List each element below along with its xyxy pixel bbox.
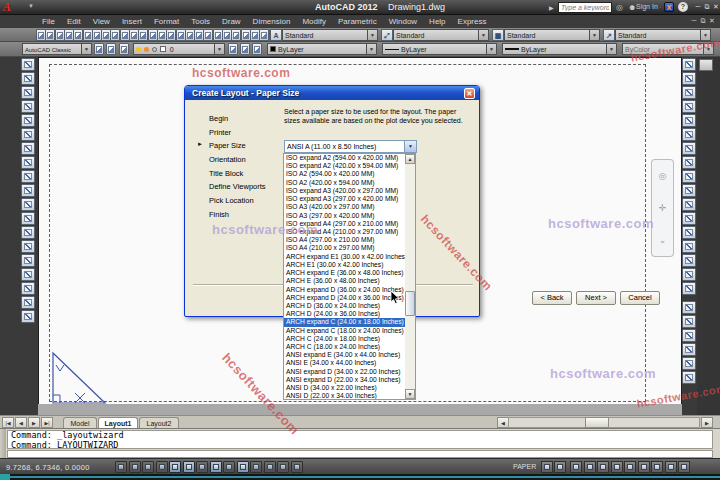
doc-minimize-button[interactable]: ─	[690, 16, 698, 25]
command-window-grip[interactable]	[0, 429, 6, 459]
steering-wheel-icon[interactable]: ◎	[659, 171, 667, 181]
infocenter-search-input[interactable]	[558, 2, 612, 13]
table-style-arrow-icon[interactable]: ▼	[589, 29, 600, 41]
paper-size-option[interactable]: ANSI expand E (34.00 x 44.00 Inches)	[284, 351, 406, 359]
polygon-button[interactable]	[21, 100, 35, 113]
search-binoculars-icon[interactable]: ◎	[616, 3, 623, 13]
paper-size-combo[interactable]: ANSI A (11.00 x 8.50 Inches) ▼	[284, 140, 417, 153]
doc-restore-button[interactable]: ⧉	[699, 16, 707, 25]
line-button[interactable]	[21, 58, 35, 71]
send-under-objects-button[interactable]	[682, 343, 696, 356]
insert-block-button[interactable]	[21, 212, 35, 225]
dynamic-ucs-toggle[interactable]	[223, 461, 235, 473]
logo-dropdown-icon[interactable]: ▼	[28, 3, 34, 9]
paper-size-combo-arrow-icon[interactable]: ▼	[404, 141, 416, 152]
lineweight-combo[interactable]: ByLayer ▼	[502, 43, 617, 55]
gradient-button[interactable]	[21, 268, 35, 281]
paper-size-option[interactable]: ARCH E1 (30.00 x 42.00 Inches)	[284, 261, 406, 269]
scale-button[interactable]	[682, 156, 696, 169]
linetype-arrow-icon[interactable]: ▼	[486, 43, 497, 55]
hscroll-right-icon[interactable]: ▶	[701, 417, 713, 428]
command-input[interactable]	[7, 450, 713, 458]
ellipse-button[interactable]	[21, 184, 35, 197]
layer-states-button[interactable]	[252, 43, 262, 55]
quick-view-layouts-button[interactable]	[570, 461, 582, 473]
polar-tracking-toggle[interactable]	[169, 461, 181, 473]
toolbar-lock-button[interactable]	[624, 461, 636, 473]
scrollbar-thumb[interactable]	[405, 291, 415, 316]
workspace-switching-button[interactable]	[611, 461, 623, 473]
grid-display-toggle[interactable]	[142, 461, 154, 473]
doc-close-button[interactable]: ✕	[708, 16, 716, 25]
ortho-mode-toggle[interactable]	[156, 461, 168, 473]
3d-object-snap-toggle[interactable]	[196, 461, 208, 473]
infer-constraints-toggle[interactable]	[115, 461, 127, 473]
workspace-combo-arrow-icon[interactable]: ▼	[81, 43, 92, 55]
lineweight-toggle[interactable]	[250, 461, 262, 473]
bring-above-objects-button[interactable]	[682, 329, 696, 342]
layer-lock-icon[interactable]	[152, 47, 157, 52]
workspace-settings-button[interactable]	[94, 43, 104, 55]
docked-toolbar-button[interactable]	[699, 59, 713, 71]
make-block-button[interactable]	[21, 226, 35, 239]
minimize-button[interactable]: ─	[694, 2, 702, 11]
offset-button[interactable]	[682, 100, 696, 113]
object-snap-tracking-toggle[interactable]	[210, 461, 222, 473]
autocad-logo-icon[interactable]: A	[3, 0, 25, 14]
hardware-acceleration-button[interactable]	[638, 461, 650, 473]
construction-line-button[interactable]	[21, 72, 35, 85]
annotation-visibility-button[interactable]	[584, 461, 596, 473]
explode-button[interactable]	[682, 282, 696, 295]
sign-in-button[interactable]: Sign In	[636, 3, 658, 10]
maximize-viewport-button[interactable]	[554, 461, 566, 473]
paper-size-option[interactable]: ARCH D (36.00 x 24.00 Inches)	[284, 302, 406, 310]
menu-express[interactable]: Express	[452, 15, 493, 28]
exchange-apps-icon[interactable]: X	[664, 2, 674, 12]
tab-nav-last-icon[interactable]: ▶|	[41, 417, 53, 428]
menu-edit[interactable]: Edit	[61, 15, 87, 28]
erase-button[interactable]	[682, 58, 696, 71]
text-to-front-button[interactable]	[682, 357, 696, 370]
paper-size-option[interactable]: ANSI E (34.00 x 44.00 Inches)	[284, 359, 406, 367]
rotate-button[interactable]	[682, 142, 696, 155]
dimension-style-arrow-icon[interactable]: ▼	[478, 29, 489, 41]
help-icon[interactable]: ?	[678, 2, 688, 12]
close-button[interactable]: ✕	[712, 2, 720, 11]
array-button[interactable]	[682, 114, 696, 127]
stretch-button[interactable]	[682, 170, 696, 183]
layer-combo-arrow-icon[interactable]: ▼	[214, 43, 225, 55]
menu-draw[interactable]: Draw	[216, 15, 247, 28]
table-style-combo[interactable]: ▦Standard▼	[492, 29, 600, 41]
search-topics-icon[interactable]: ▶	[549, 4, 554, 11]
lineweight-arrow-icon[interactable]: ▼	[606, 43, 617, 55]
multiline-text-button[interactable]	[21, 310, 35, 323]
region-button[interactable]	[21, 282, 35, 295]
extend-button[interactable]	[682, 198, 696, 211]
paper-size-option[interactable]: ARCH expand D (24.00 x 36.00 Inches)	[284, 294, 406, 302]
object-color-combo[interactable]: ByLayer ▼	[267, 43, 377, 55]
menu-tools[interactable]: Tools	[185, 15, 216, 28]
arc-button[interactable]	[21, 128, 35, 141]
table-button[interactable]	[21, 296, 35, 309]
next-button[interactable]: Next >	[576, 291, 616, 305]
menu-file[interactable]: File	[36, 15, 61, 28]
layer-previous-button[interactable]	[240, 43, 250, 55]
navigation-bar[interactable]: ◎✛⌄	[651, 159, 674, 257]
block-editor-button[interactable]	[138, 29, 148, 41]
paper-size-option[interactable]: ISO expand A2 (420.00 x 594.00 MM)	[284, 162, 406, 170]
join-button[interactable]	[682, 240, 696, 253]
chamfer-button[interactable]	[682, 254, 696, 267]
layer-properties-manager-button[interactable]	[119, 43, 129, 55]
paper-size-option[interactable]: ISO A4 (297.00 x 210.00 MM)	[284, 236, 406, 244]
model-or-paper-space-button[interactable]	[541, 461, 553, 473]
pan-hand-icon[interactable]: ✛	[659, 203, 667, 213]
paper-size-option[interactable]: ANSI expand D (22.00 x 34.00 Inches)	[284, 376, 406, 384]
fillet-button[interactable]	[682, 268, 696, 281]
plot-preview-button[interactable]	[73, 29, 83, 41]
text-style-arrow-icon[interactable]: ▼	[367, 29, 378, 41]
restore-button[interactable]: ⧉	[703, 2, 711, 11]
dynamic-input-toggle[interactable]	[237, 461, 249, 473]
paper-size-option[interactable]: ARCH E (36.00 x 48.00 Inches)	[284, 277, 406, 285]
paper-size-option[interactable]: ISO expand A3 (420.00 x 297.00 MM)	[284, 187, 406, 195]
isolate-objects-button[interactable]	[651, 461, 663, 473]
